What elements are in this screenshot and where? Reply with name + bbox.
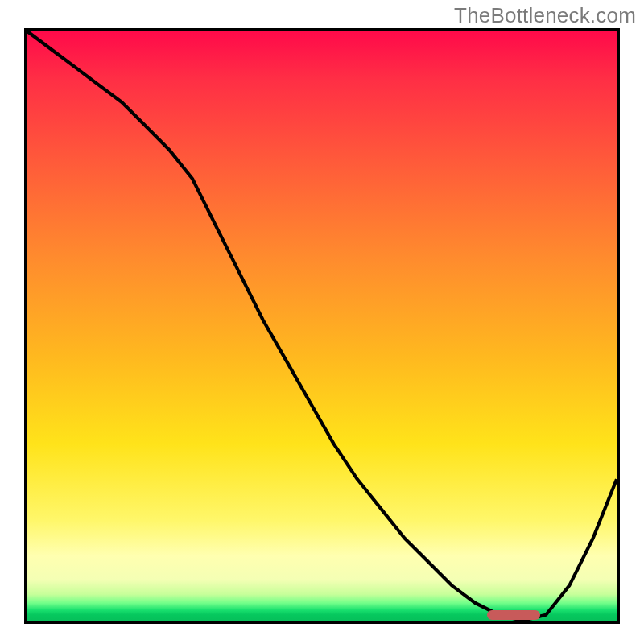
chart-frame: TheBottleneck.com — [0, 0, 644, 644]
curve-layer — [27, 31, 617, 621]
curve-path — [27, 31, 617, 621]
watermark-text: TheBottleneck.com — [454, 3, 636, 28]
highlight-marker — [487, 610, 540, 620]
plot-area — [24, 28, 620, 624]
